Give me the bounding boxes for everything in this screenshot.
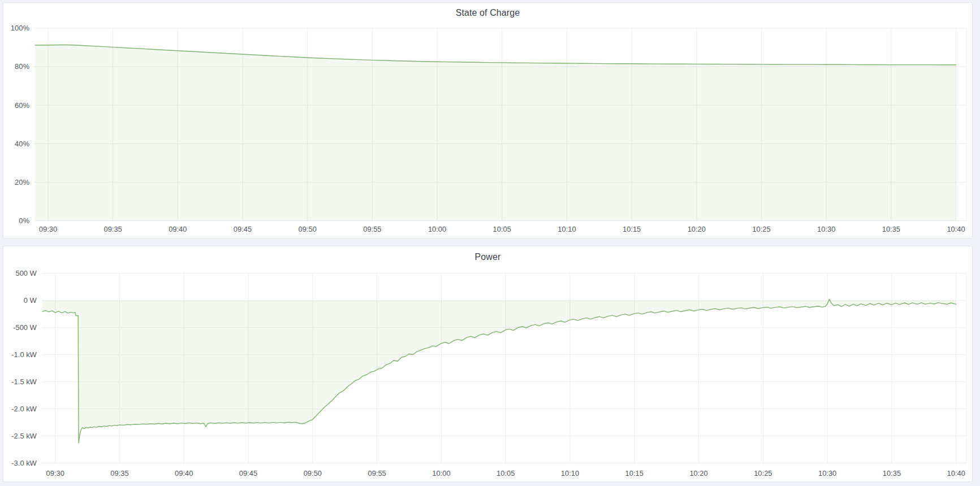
y-axis-tick-label: 0 W — [24, 296, 37, 305]
x-axis-tick-label: 10:40 — [947, 469, 965, 478]
power-chart[interactable]: 500 W0 W-500 W-1.0 kW-1.5 kW-2.0 kW-2.5 … — [3, 246, 972, 481]
x-axis-tick-label: 09:30 — [39, 225, 57, 233]
series-area-fill — [42, 300, 956, 443]
dashboard-page: { "page": { "background_color": "#f1f2f8… — [0, 0, 980, 486]
y-axis-tick-label: -2.5 kW — [11, 432, 37, 440]
x-axis-tick-label: 09:35 — [103, 225, 122, 233]
x-axis-tick-label: 09:35 — [110, 469, 128, 478]
state-of-charge-svg: 100%80%60%40%20%0%09:3009:3509:4009:4509… — [3, 3, 972, 238]
y-axis-tick-label: 40% — [15, 140, 29, 148]
y-axis-tick-label: 500 W — [15, 269, 37, 277]
y-axis-tick-label: -3.0 kW — [11, 459, 37, 467]
x-axis-tick-label: 10:05 — [493, 225, 511, 233]
x-axis-tick-label: 09:40 — [169, 225, 187, 233]
x-axis-tick-label: 10:20 — [688, 225, 706, 233]
x-axis-tick-label: 10:30 — [817, 225, 835, 233]
y-axis-tick-label: 0% — [19, 216, 29, 225]
x-axis-tick-label: 10:35 — [883, 469, 901, 478]
x-axis-tick-label: 10:15 — [623, 225, 641, 233]
y-axis-tick-label: -500 W — [13, 323, 37, 332]
x-axis-tick-label: 09:30 — [46, 469, 64, 478]
x-axis-tick-label: 10:40 — [947, 225, 965, 233]
y-axis-tick-label: 60% — [15, 101, 29, 110]
y-axis-tick-label: 80% — [15, 62, 29, 71]
y-axis-tick-label: 100% — [11, 24, 30, 32]
x-axis-tick-label: 10:30 — [818, 469, 836, 478]
y-axis-tick-label: 20% — [15, 178, 29, 186]
x-axis-tick-label: 09:45 — [234, 225, 252, 233]
state-of-charge-chart[interactable]: 100%80%60%40%20%0%09:3009:3509:4009:4509… — [3, 3, 972, 238]
x-axis-tick-label: 10:15 — [625, 469, 644, 478]
x-axis-tick-label: 10:25 — [754, 469, 772, 478]
panel-state-of-charge: State of Charge 100%80%60%40%20%0%09:300… — [3, 2, 973, 238]
x-axis-tick-label: 09:45 — [239, 469, 257, 478]
y-axis-tick-label: -2.0 kW — [11, 405, 37, 413]
power-svg: 500 W0 W-500 W-1.0 kW-1.5 kW-2.0 kW-2.5 … — [3, 246, 972, 481]
panel-power: Power 500 W0 W-500 W-1.0 kW-1.5 kW-2.0 k… — [3, 246, 973, 482]
y-axis-tick-label: -1.0 kW — [11, 350, 37, 359]
x-axis-tick-label: 10:25 — [752, 225, 770, 233]
x-axis-tick-label: 10:20 — [689, 469, 707, 478]
x-axis-tick-label: 10:00 — [428, 225, 446, 233]
series-area-fill — [35, 45, 956, 220]
x-axis-tick-label: 10:05 — [497, 469, 515, 478]
x-axis-tick-label: 10:35 — [882, 225, 900, 233]
x-axis-tick-label: 09:55 — [368, 469, 386, 478]
x-axis-tick-label: 10:10 — [561, 469, 579, 478]
x-axis-tick-label: 09:40 — [175, 469, 193, 478]
x-axis-tick-label: 09:50 — [299, 225, 317, 233]
x-axis-tick-label: 10:00 — [432, 469, 450, 478]
x-axis-tick-label: 10:10 — [558, 225, 576, 233]
x-axis-tick-label: 09:50 — [304, 469, 322, 478]
x-axis-tick-label: 09:55 — [363, 225, 381, 233]
y-axis-tick-label: -1.5 kW — [11, 377, 37, 386]
